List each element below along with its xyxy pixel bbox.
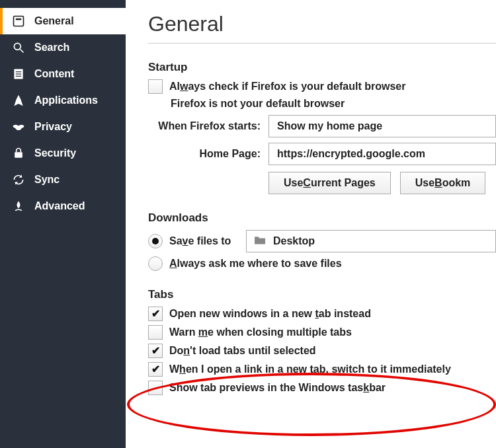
home-page-label: Home Page: [148,148,261,160]
always-check-label: Always check if Firefox is your default … [169,81,405,93]
save-files-to-label: Save files to [169,235,239,247]
svg-line-3 [21,50,24,53]
tab-opt-0-checkbox[interactable] [148,307,163,321]
sidebar-item-search[interactable]: Search [0,34,126,61]
content-icon [12,67,25,81]
sidebar-item-label: Content [34,68,74,80]
tab-opt-2-checkbox[interactable] [148,344,163,358]
when-starts-label: When Firefox starts: [148,120,261,132]
not-default-row: Firefox is not your default browser [148,98,496,110]
tab-opt-4-label: Show tab previews in the Windows taskbar [169,382,386,394]
sidebar-item-general[interactable]: General [0,8,126,34]
privacy-icon [12,120,25,133]
sidebar-item-label: General [34,15,74,27]
sidebar-item-label: Privacy [34,121,72,133]
downloads-heading: Downloads [148,211,496,225]
always-check-checkbox[interactable] [148,79,163,94]
folder-icon [253,235,267,248]
tab-opt-1-label: Warn me when closing multiple tabs [169,326,352,338]
general-icon [12,15,25,28]
sidebar-item-advanced[interactable]: Advanced [0,193,126,219]
svg-point-2 [14,43,21,50]
sidebar-item-label: Advanced [34,200,85,212]
tab-opt-3-label: When I open a link in a new tab, switch … [169,363,451,375]
when-starts-select[interactable]: Show my home page [269,115,496,137]
svg-rect-8 [15,152,22,157]
always-check-row: Always check if Firefox is your default … [148,79,496,94]
always-ask-radio[interactable] [148,256,163,271]
tab-opt-2-label: Don't load tabs until selected [169,345,316,357]
security-icon [12,147,25,160]
svg-rect-1 [16,19,21,20]
sync-icon [12,173,25,186]
sidebar: General Search Content Applications Priv… [0,0,126,448]
applications-icon [12,94,25,107]
svg-rect-0 [14,17,24,26]
sidebar-item-security[interactable]: Security [0,140,126,167]
main-panel: General Startup Always check if Firefox … [126,0,496,448]
save-folder-field[interactable]: Desktop [246,230,496,252]
not-default-text: Firefox is not your default browser [171,98,345,110]
page-title: General [148,12,496,36]
save-files-to-radio[interactable] [148,234,163,248]
sidebar-item-privacy[interactable]: Privacy [0,114,126,140]
sidebar-item-sync[interactable]: Sync [0,167,126,193]
sidebar-item-label: Sync [34,174,60,186]
section-tabs: Tabs Open new windows in a new tab inste… [148,288,496,395]
tab-opt-3-checkbox[interactable] [148,362,163,377]
tabs-heading: Tabs [148,288,496,301]
use-current-pages-button[interactable]: Use Current Pages [269,172,391,194]
sidebar-item-label: Applications [34,94,98,106]
tab-opt-0-label: Open new windows in a new tab instead [169,308,371,320]
tab-opt-1-checkbox[interactable] [148,325,163,340]
divider [148,43,496,44]
use-bookmark-button[interactable]: Use Bookm [400,172,486,194]
section-startup: Startup Always check if Firefox is your … [148,61,496,194]
home-page-input[interactable]: https://encrypted.google.com [269,143,496,165]
always-ask-label: Always ask me where to save files [169,258,342,270]
startup-heading: Startup [148,61,496,74]
sidebar-item-label: Search [34,42,69,54]
tab-opt-4-checkbox[interactable] [148,381,163,395]
advanced-icon [12,200,25,213]
search-icon [12,41,25,54]
sidebar-item-label: Security [34,147,76,159]
sidebar-item-content[interactable]: Content [0,61,126,87]
section-downloads: Downloads Save files to Desktop Always a… [148,211,496,271]
sidebar-item-applications[interactable]: Applications [0,87,126,114]
